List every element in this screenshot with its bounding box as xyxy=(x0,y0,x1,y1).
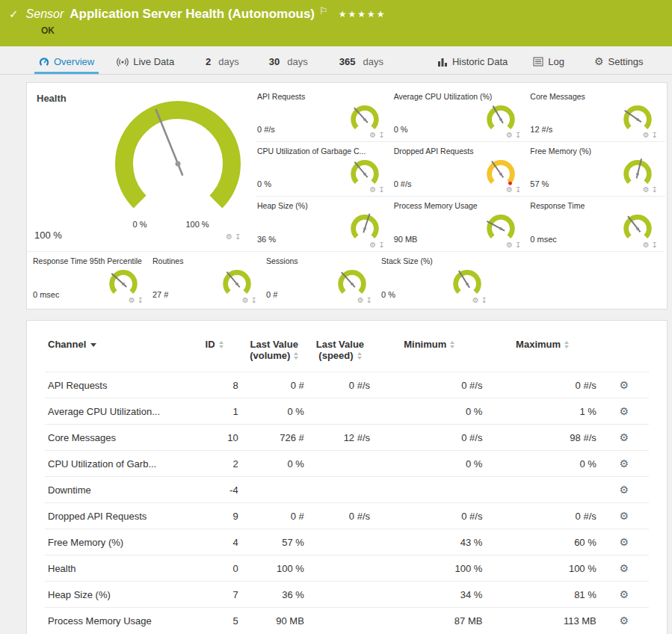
channel-name[interactable]: Dropped API Requests xyxy=(45,503,187,529)
gear-icon[interactable]: ⚙ xyxy=(506,131,515,139)
tab-log[interactable]: Log xyxy=(528,56,569,74)
column-header-id[interactable]: ID xyxy=(187,330,241,372)
channel-settings-icon[interactable]: ⚙ xyxy=(620,536,629,548)
channel-settings-icon[interactable]: ⚙ xyxy=(620,562,629,574)
gear-icon[interactable]: ⚙ xyxy=(129,296,138,304)
download-icon[interactable]: ↧ xyxy=(481,296,490,304)
gauge-value: 0 % xyxy=(381,290,395,299)
minimum-value: 43 % xyxy=(373,529,485,555)
channel-settings-icon[interactable]: ⚙ xyxy=(620,588,629,600)
maximum-value: 113 MB xyxy=(485,608,599,634)
download-icon[interactable]: ↧ xyxy=(251,296,259,304)
channel-name[interactable]: Process Memory Usage xyxy=(45,608,187,634)
gear-icon[interactable]: ⚙ xyxy=(643,185,652,194)
flag-icon[interactable]: ⚐ xyxy=(319,5,328,16)
channel-name[interactable]: Free Memory (%) xyxy=(45,529,187,555)
channel-settings-icon[interactable]: ⚙ xyxy=(620,458,629,470)
tab-2-days-label: days xyxy=(218,56,238,67)
channel-name[interactable]: CPU Utilization of Garb... xyxy=(45,451,187,477)
channel-settings-icon[interactable]: ⚙ xyxy=(620,484,629,496)
channel-name[interactable]: Health xyxy=(45,555,187,582)
download-icon[interactable]: ↧ xyxy=(378,131,386,139)
download-icon[interactable]: ↧ xyxy=(378,241,386,249)
priority-stars[interactable]: ★★★★★ xyxy=(339,9,386,19)
column-header-id-label: ID xyxy=(206,339,215,350)
gear-icon[interactable]: ⚙ xyxy=(506,185,515,194)
minimum-value: 0 #/s xyxy=(373,425,485,451)
channel-gauge xyxy=(448,263,486,299)
download-icon[interactable]: ↧ xyxy=(378,185,386,194)
channel-name[interactable]: API Requests xyxy=(45,372,187,398)
gear-icon[interactable]: ⚙ xyxy=(506,241,515,249)
channel-name[interactable]: Downtime xyxy=(45,477,187,503)
download-icon[interactable]: ↧ xyxy=(515,241,523,249)
last-value-volume: 0 # xyxy=(241,503,307,529)
channel-table: Channel ID Last Value (volume) Last Valu… xyxy=(45,330,649,633)
channel-settings-icon[interactable]: ⚙ xyxy=(620,615,629,627)
gear-icon[interactable]: ⚙ xyxy=(369,241,378,249)
download-icon[interactable]: ↧ xyxy=(138,296,146,304)
table-row: Core Messages 10 726 # 12 #/s 0 #/s 98 #… xyxy=(45,425,649,451)
download-icon[interactable]: ↧ xyxy=(366,296,374,304)
download-icon[interactable]: ↧ xyxy=(652,131,660,139)
tab-historic-data-label: Historic Data xyxy=(452,56,508,67)
column-header-last-value-volume[interactable]: Last Value (volume) xyxy=(241,330,307,372)
channel-gauge xyxy=(346,153,383,189)
small-gauge-bottom-row: Response Time 95th Percentile 0 msec ⚙↧ … xyxy=(27,251,664,307)
last-value-volume: 100 % xyxy=(241,555,307,582)
gear-icon[interactable]: ⚙ xyxy=(643,241,652,249)
bar-chart-icon xyxy=(437,57,448,67)
gauge-arc xyxy=(112,272,135,292)
gauge-value: 0 #/s xyxy=(257,125,275,134)
download-icon[interactable]: ↧ xyxy=(515,131,523,139)
gear-icon[interactable]: ⚙ xyxy=(369,185,378,194)
last-value-volume: 0 # xyxy=(241,372,307,398)
channel-name[interactable]: Average CPU Utilization... xyxy=(45,398,187,425)
channel-settings-icon[interactable]: ⚙ xyxy=(620,431,629,443)
last-value-volume: 0 % xyxy=(241,398,307,425)
sort-icon xyxy=(294,352,298,360)
gear-icon[interactable]: ⚙ xyxy=(357,296,366,304)
tab-365-days[interactable]: 365 days xyxy=(335,56,388,74)
table-row: CPU Utilization of Garb... 2 0 % 0 % 0 %… xyxy=(45,451,649,477)
gear-icon[interactable]: ⚙ xyxy=(369,131,378,139)
column-header-actions xyxy=(599,330,649,372)
column-header-channel[interactable]: Channel xyxy=(45,330,187,372)
tab-live-data[interactable]: Live Data xyxy=(112,56,179,74)
download-icon[interactable]: ↧ xyxy=(235,233,243,241)
channel-settings-icon[interactable]: ⚙ xyxy=(620,405,629,417)
gauge-cell: API Requests 0 #/s ⚙↧ xyxy=(256,87,392,142)
gauge-arc xyxy=(626,108,650,127)
table-row: Downtime -4 ⚙ xyxy=(45,477,649,503)
sensor-kind-label: Sensor xyxy=(26,7,64,21)
last-value-volume: 726 # xyxy=(241,425,307,451)
gauge-value: 0 % xyxy=(394,125,408,134)
gauge-actions: ⚙↧ xyxy=(369,241,386,249)
gear-icon[interactable]: ⚙ xyxy=(242,296,251,304)
column-header-minimum[interactable]: Minimum xyxy=(373,330,485,372)
gear-icon[interactable]: ⚙ xyxy=(472,296,481,304)
gear-icon[interactable]: ⚙ xyxy=(643,131,652,139)
channel-settings-icon[interactable]: ⚙ xyxy=(620,379,629,391)
channel-settings-icon[interactable]: ⚙ xyxy=(620,510,629,522)
gear-icon[interactable]: ⚙ xyxy=(226,233,235,241)
table-row: Health 0 100 % 100 % 100 % ⚙ xyxy=(45,555,649,582)
download-icon[interactable]: ↧ xyxy=(652,185,660,194)
gauge-cell: Core Messages 12 #/s ⚙↧ xyxy=(528,87,665,142)
tab-2-days[interactable]: 2 days xyxy=(201,56,244,74)
column-header-maximum[interactable]: Maximum xyxy=(485,330,599,372)
download-icon[interactable]: ↧ xyxy=(515,185,523,194)
tab-30-days-number: 30 xyxy=(269,56,280,67)
last-value-volume xyxy=(241,477,307,503)
tab-historic-data[interactable]: Historic Data xyxy=(433,56,512,74)
column-header-last-value-speed[interactable]: Last Value (speed) xyxy=(307,330,373,372)
download-icon[interactable]: ↧ xyxy=(652,241,660,249)
channel-name[interactable]: Heap Size (%) xyxy=(45,582,187,608)
tab-30-days[interactable]: 30 days xyxy=(265,56,312,74)
tab-settings[interactable]: ⚙ Settings xyxy=(590,55,648,74)
gauge-value: 90 MB xyxy=(394,235,418,244)
tab-overview[interactable]: Overview xyxy=(34,56,99,74)
minimum-value xyxy=(373,477,485,503)
channel-name[interactable]: Core Messages xyxy=(45,425,187,451)
channel-gauge xyxy=(482,99,520,135)
